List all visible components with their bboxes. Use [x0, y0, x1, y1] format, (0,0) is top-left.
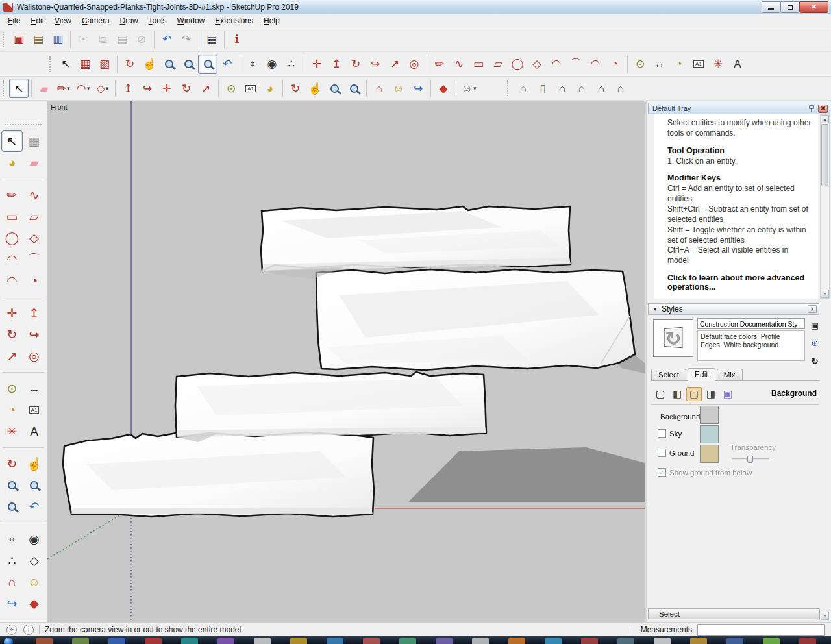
- view-right-button[interactable]: ⌂: [572, 79, 591, 98]
- rotated-rectangle-button[interactable]: ▱: [23, 206, 45, 227]
- taskbar-app-icon[interactable]: [545, 638, 562, 644]
- dropdown-arrow-icon[interactable]: ▾: [106, 85, 109, 92]
- previous-view-button[interactable]: ↶: [23, 496, 45, 517]
- rotate-button[interactable]: ↻: [177, 79, 196, 98]
- taskbar-app-icon[interactable]: [363, 638, 380, 644]
- select-tool-button[interactable]: ↖: [9, 79, 29, 98]
- collapse-arrow-icon[interactable]: ▼: [652, 306, 658, 312]
- component-options-button[interactable]: ▧: [95, 55, 114, 74]
- orbit-button[interactable]: ↻: [1, 453, 23, 475]
- taskbar-app-icon[interactable]: [327, 638, 343, 644]
- save-button[interactable]: ▥: [48, 30, 68, 49]
- taskbar-app-icon[interactable]: [217, 638, 234, 644]
- scroll-down-icon[interactable]: ▼: [821, 290, 829, 298]
- scroll-up-icon[interactable]: ▲: [821, 115, 829, 123]
- tray-header[interactable]: Default Tray ✕: [648, 103, 830, 114]
- taskbar-app-icon[interactable]: [654, 638, 671, 644]
- secondary-pane-button[interactable]: ▣: [809, 319, 821, 331]
- rotate-button[interactable]: ↻: [1, 324, 23, 345]
- instructor-heading[interactable]: Click to learn about more advanced opera…: [667, 273, 812, 291]
- position-camera-button[interactable]: ⌖: [1, 528, 23, 550]
- walk-button[interactable]: ∴: [1, 550, 23, 571]
- dropdown-arrow-icon[interactable]: ▾: [473, 85, 477, 92]
- create-style-button[interactable]: ⊕: [809, 337, 821, 349]
- polygon-button[interactable]: ◇: [527, 55, 547, 74]
- share-component-button[interactable]: ↪: [408, 79, 428, 98]
- scale-button[interactable]: ↗: [385, 55, 404, 74]
- background-color-swatch[interactable]: [700, 406, 719, 424]
- 3d-warehouse-button[interactable]: ⌂: [369, 79, 389, 98]
- taskbar-app-icon[interactable]: [799, 638, 816, 644]
- rectangle-button[interactable]: ▭: [1, 206, 23, 227]
- toolbar-grip[interactable]: [49, 56, 53, 72]
- two-point-arc-button[interactable]: ⌒: [566, 55, 586, 74]
- scale-button[interactable]: ↗: [196, 79, 216, 98]
- styles-panel-header[interactable]: ▼ Styles ✕: [648, 303, 819, 315]
- taskbar-app-icon[interactable]: [726, 638, 743, 644]
- move-button[interactable]: ✛: [307, 55, 327, 74]
- tape-measure-button[interactable]: ⊙: [630, 55, 650, 74]
- pan-button[interactable]: ☝: [140, 55, 159, 74]
- auto-hide-pin-button[interactable]: [807, 104, 816, 113]
- taskbar-app-icon[interactable]: [290, 638, 307, 644]
- tab-mix[interactable]: Mix: [717, 369, 743, 380]
- active-style-thumbnail[interactable]: ↻: [653, 319, 693, 357]
- position-camera-button[interactable]: ⌖: [243, 55, 262, 74]
- menu-item-help[interactable]: Help: [258, 15, 285, 27]
- instructor-scrollbar[interactable]: ▲ ▼: [820, 114, 830, 299]
- taskbar-app-icon[interactable]: [72, 638, 89, 644]
- rotated-rectangle-button[interactable]: ▱: [488, 55, 508, 74]
- zoom-extents-button[interactable]: [344, 79, 364, 98]
- menu-item-draw[interactable]: Draw: [115, 15, 143, 27]
- orbit-button[interactable]: ↻: [286, 79, 305, 98]
- taskbar-app-icon[interactable]: [108, 638, 125, 644]
- taskbar-app-icon[interactable]: [690, 638, 707, 644]
- minimize-button[interactable]: [762, 1, 780, 13]
- taskbar-app-icon[interactable]: [254, 638, 271, 644]
- make-component-button[interactable]: ▦: [23, 130, 45, 152]
- line-tool-button[interactable]: ✏: [1, 184, 23, 206]
- select-tool-button[interactable]: ↖: [1, 130, 23, 152]
- offset-button[interactable]: ◎: [23, 345, 45, 367]
- orbit-button[interactable]: ↻: [120, 55, 140, 74]
- collapsed-select-panel[interactable]: Select: [648, 608, 820, 619]
- move-button[interactable]: ✛: [157, 79, 177, 98]
- text-tool-button[interactable]: A1: [241, 79, 260, 98]
- watermark-settings-tab[interactable]: ◨: [703, 387, 719, 401]
- follow-me-button[interactable]: ↪: [366, 55, 385, 74]
- view-front-button[interactable]: ⌂: [552, 79, 572, 98]
- three-point-arc-button[interactable]: ◠: [586, 55, 605, 74]
- pie-button[interactable]: ◔: [605, 55, 625, 74]
- view-back-button[interactable]: ⌂: [591, 79, 611, 98]
- dropdown-arrow-icon[interactable]: ▾: [67, 85, 70, 92]
- dimension-button[interactable]: ↔: [650, 55, 669, 74]
- move-button[interactable]: ✛: [1, 303, 23, 324]
- undo-button[interactable]: ↶: [157, 30, 177, 49]
- show-ground-checkbox[interactable]: ✓: [658, 468, 666, 477]
- model-viewport[interactable]: Front: [47, 101, 645, 622]
- style-description-box[interactable]: Default face colors. Profile Edges. Whit…: [697, 330, 805, 361]
- section-plane-button[interactable]: ◇: [23, 550, 45, 571]
- print-button[interactable]: ▤: [202, 30, 221, 49]
- freehand-button[interactable]: ∿: [23, 184, 45, 206]
- follow-me-button[interactable]: ↪: [138, 79, 157, 98]
- pie-button[interactable]: ◔: [23, 270, 45, 291]
- freehand-button[interactable]: ∿: [449, 55, 469, 74]
- share-model-button[interactable]: ☺: [389, 79, 408, 98]
- push-pull-button[interactable]: ↥: [327, 55, 346, 74]
- push-pull-button[interactable]: ↥: [118, 79, 138, 98]
- rotate-button[interactable]: ↻: [346, 55, 366, 74]
- protractor-button[interactable]: ◔: [669, 55, 689, 74]
- tab-edit[interactable]: Edit: [688, 368, 715, 381]
- zoom-window-button[interactable]: [23, 475, 45, 496]
- menu-item-file[interactable]: File: [3, 15, 25, 27]
- menu-item-extensions[interactable]: Extensions: [210, 15, 258, 27]
- extension-manager-button[interactable]: ◆: [434, 79, 453, 98]
- zoom-button[interactable]: [159, 55, 179, 74]
- menu-item-window[interactable]: Window: [172, 15, 210, 27]
- pan-button[interactable]: ☝: [23, 453, 45, 475]
- palette-grip[interactable]: [5, 124, 42, 129]
- toolbar-grip[interactable]: [3, 32, 6, 47]
- zoom-extents-button[interactable]: [198, 55, 217, 74]
- windows-taskbar[interactable]: [0, 636, 831, 644]
